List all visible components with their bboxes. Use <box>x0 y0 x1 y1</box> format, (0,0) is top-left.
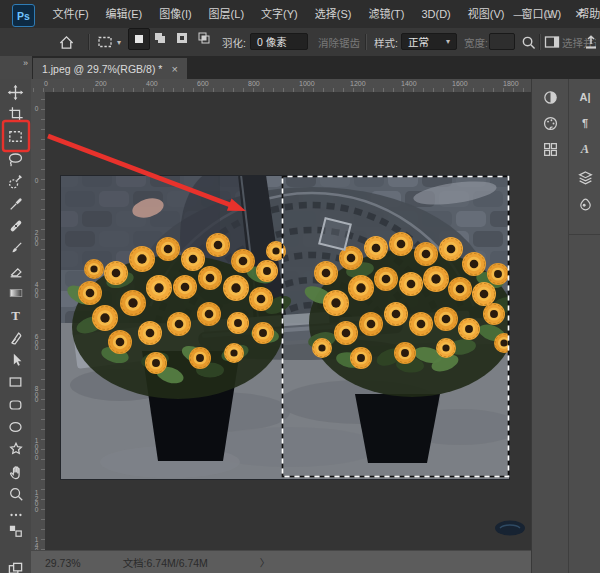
antialias-checkbox: 消除锯齿 <box>318 28 360 56</box>
status-bar: 29.73% 文档:6.74M/6.74M 〉 <box>31 550 531 573</box>
tools-panel: T <box>0 79 32 573</box>
tool-options-bar: ▾ 羽化: 0 像素 消除锯齿 样式: 正常 ▾ 宽度: 选择并遮住 <box>0 28 600 57</box>
new-selection-button[interactable] <box>128 28 150 50</box>
watermark-logo <box>492 517 528 537</box>
zoom-level-field[interactable]: 29.73% <box>45 557 81 569</box>
ruler-tick-label: 400 <box>33 281 40 298</box>
ruler-tick-label: 600 <box>33 333 40 350</box>
screen-mode-icon[interactable] <box>3 557 28 573</box>
chevron-down-icon: ▾ <box>446 37 450 46</box>
width-input <box>489 33 515 50</box>
gradient-tool[interactable] <box>3 282 28 304</box>
ruler-tick-label: 0 <box>33 105 40 111</box>
ruler-tick-label: 1400 <box>401 80 417 87</box>
quick-selection-tool[interactable] <box>3 170 28 192</box>
style-value: 正常 <box>408 34 429 49</box>
document-tab[interactable]: 1.jpeg @ 29.7%(RGB/8) * × <box>33 58 187 79</box>
options-divider <box>365 34 367 50</box>
brush-tool[interactable] <box>3 237 28 259</box>
options-divider <box>88 34 90 50</box>
custom-shape-tool[interactable] <box>3 438 28 460</box>
add-to-selection-button[interactable] <box>150 28 170 48</box>
menu-item[interactable]: 编辑(E) <box>97 0 151 28</box>
menu-item[interactable]: 文件(F) <box>44 0 97 28</box>
ruler-tick-label: 0 <box>44 80 48 87</box>
properties-panel-icon[interactable] <box>572 192 598 216</box>
document-image-sunflowers[interactable] <box>60 175 510 480</box>
rounded-rectangle-shape-tool[interactable] <box>3 394 28 416</box>
ruler-tick-label: 200 <box>95 80 107 87</box>
eraser-tool[interactable] <box>3 260 28 282</box>
dock-divider <box>568 79 569 573</box>
subtract-from-selection-button[interactable] <box>172 28 192 48</box>
layers-panel-icon[interactable] <box>572 165 598 189</box>
menu-item[interactable]: 选择(S) <box>306 0 360 28</box>
photoshop-window: Ps 文件(F)编辑(E)图像(I)图层(L)文字(Y)选择(S)滤镜(T)3D… <box>0 0 600 573</box>
chevron-down-icon: ▾ <box>117 38 121 47</box>
style-select[interactable]: 正常 ▾ <box>401 33 457 50</box>
swatches-panel-icon[interactable] <box>537 111 563 135</box>
rectangle-shape-tool[interactable] <box>3 371 28 393</box>
horizontal-ruler[interactable]: 020040060080010001200140016001800 <box>33 79 531 93</box>
menu-item[interactable]: 图层(L) <box>200 0 252 28</box>
crop-tool[interactable] <box>3 103 28 125</box>
ruler-tick-label: 1200 <box>350 80 366 87</box>
close-button[interactable]: ✕ <box>564 0 594 28</box>
marquee-preset-icon[interactable]: ▾ <box>97 28 121 56</box>
style-label: 样式: <box>374 28 398 56</box>
character-panel-icon[interactable]: A| <box>572 85 598 109</box>
width-label: 宽度: <box>464 28 488 56</box>
move-tool[interactable] <box>3 81 28 103</box>
ruler-tick-label: 1000 <box>299 80 315 87</box>
ruler-tick-label: 200 <box>33 229 40 246</box>
zoom-tool[interactable] <box>3 483 28 505</box>
title-bar: Ps 文件(F)编辑(E)图像(I)图层(L)文字(Y)选择(S)滤镜(T)3D… <box>0 0 600 29</box>
workspace-panel-icon[interactable] <box>544 28 560 56</box>
options-divider <box>539 34 541 50</box>
paragraph-panel-icon[interactable]: ¶ <box>572 111 598 135</box>
menu-item[interactable]: 3D(D) <box>413 0 459 28</box>
pen-tool[interactable] <box>3 327 28 349</box>
lasso-tool[interactable] <box>3 148 28 170</box>
dock-divider <box>569 234 600 235</box>
menu-item[interactable]: 图像(I) <box>151 0 200 28</box>
panel-dock: A| ¶ A <box>531 79 600 573</box>
vertical-ruler[interactable]: 00200400600800100012001400 <box>31 92 46 550</box>
toolbar-collapse-button[interactable]: » <box>0 56 32 79</box>
path-selection-tool[interactable] <box>3 349 28 371</box>
eyedropper-tool[interactable] <box>3 193 28 215</box>
status-options-chevron[interactable]: 〉 <box>260 555 270 570</box>
libraries-panel-icon[interactable] <box>537 137 563 161</box>
hand-tool[interactable] <box>3 461 28 483</box>
feather-input[interactable]: 0 像素 <box>250 33 308 50</box>
document-tab-title: 1.jpeg @ 29.7%(RGB/8) * <box>42 63 162 75</box>
ruler-tick-label: 800 <box>33 385 40 402</box>
ruler-tick-label: 600 <box>197 80 209 87</box>
adjustments-panel-icon[interactable] <box>537 85 563 109</box>
photoshop-logo-icon: Ps <box>12 4 35 27</box>
ruler-tick-label: 1600 <box>452 80 468 87</box>
menu-item[interactable]: 文字(Y) <box>253 0 307 28</box>
ruler-tick-label: 0 <box>33 177 40 183</box>
menu-item[interactable]: 滤镜(T) <box>360 0 413 28</box>
search-icon[interactable] <box>521 28 536 56</box>
ellipse-shape-tool[interactable] <box>3 416 28 438</box>
feather-label: 羽化: <box>222 28 246 56</box>
ruler-tick-label: 800 <box>248 80 260 87</box>
default-swap-colors-icon[interactable] <box>3 520 28 542</box>
window-controls: — □ ✕ <box>504 0 594 28</box>
ruler-tick-label: 1000 <box>33 437 40 459</box>
share-icon[interactable] <box>584 28 598 56</box>
ruler-tick-label: 1800 <box>503 80 519 87</box>
maximize-button[interactable]: □ <box>534 0 564 28</box>
rectangular-marquee-tool[interactable] <box>3 125 28 147</box>
glyphs-panel-icon[interactable]: A <box>572 137 598 161</box>
document-size-info: 文档:6.74M/6.74M <box>123 555 208 570</box>
tab-close-icon[interactable]: × <box>171 63 177 75</box>
document-tab-bar: » 1.jpeg @ 29.7%(RGB/8) * × <box>0 56 600 79</box>
type-tool[interactable]: T <box>3 305 28 327</box>
spot-healing-brush-tool[interactable] <box>3 215 28 237</box>
intersect-selection-button[interactable] <box>194 28 214 48</box>
home-icon[interactable] <box>58 28 75 56</box>
minimize-button[interactable]: — <box>504 0 534 28</box>
